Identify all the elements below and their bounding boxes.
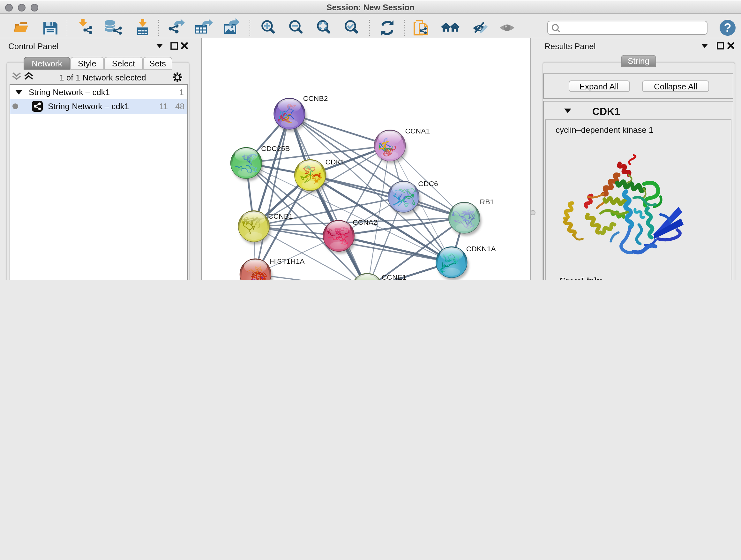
svg-text:CDKN1A: CDKN1A xyxy=(466,244,496,253)
svg-text:11: 11 xyxy=(159,102,168,111)
svg-text:1 of 1 Network selected: 1 of 1 Network selected xyxy=(59,73,146,82)
svg-text:1: 1 xyxy=(179,87,184,97)
svg-text:CCNB2: CCNB2 xyxy=(303,94,328,102)
svg-text:CCNA2: CCNA2 xyxy=(352,218,377,226)
svg-text:?: ? xyxy=(724,21,731,35)
svg-text:String Network – cdk1: String Network – cdk1 xyxy=(48,102,129,111)
svg-text:RB1: RB1 xyxy=(480,197,494,206)
svg-text:CDK1: CDK1 xyxy=(592,106,620,117)
svg-text:CDK1: CDK1 xyxy=(325,158,344,166)
svg-text:CCNB1: CCNB1 xyxy=(268,212,293,220)
svg-text:HIST1H1A: HIST1H1A xyxy=(269,257,305,265)
svg-text:String Network – cdk1: String Network – cdk1 xyxy=(29,87,110,97)
svg-text:CCNA1: CCNA1 xyxy=(405,126,430,135)
svg-text:CDC25B: CDC25B xyxy=(261,144,289,152)
svg-text:CCNE1: CCNE1 xyxy=(381,273,406,280)
svg-text:48: 48 xyxy=(175,102,185,111)
svg-text:CDC6: CDC6 xyxy=(418,179,437,187)
